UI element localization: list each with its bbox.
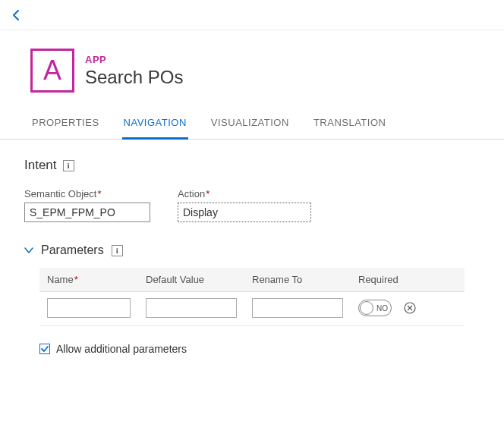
action-field: Action* (178, 188, 311, 222)
chevron-down-icon (24, 244, 33, 256)
required-asterisk: * (74, 274, 78, 285)
content-area: Intent i Semantic Object* Action* Parame… (0, 140, 504, 355)
parameters-label: Parameters (41, 243, 104, 257)
close-circle-icon (404, 302, 416, 314)
info-icon[interactable]: i (112, 245, 123, 256)
app-tile-letter: A (43, 55, 61, 86)
table-row: NO (39, 292, 465, 326)
tab-properties[interactable]: PROPERTIES (30, 109, 101, 140)
toggle-label: NO (376, 304, 388, 313)
chevron-left-icon (12, 10, 21, 20)
info-icon[interactable]: i (63, 160, 74, 171)
topbar (0, 0, 504, 30)
parameters-table: Name* Default Value Rename To Required N… (39, 268, 465, 326)
page-header: A APP Search POs (0, 30, 504, 105)
semantic-object-input[interactable] (24, 203, 150, 222)
checkbox-icon (39, 344, 50, 354)
tab-visualization[interactable]: VISUALIZATION (209, 109, 291, 140)
check-icon (40, 344, 49, 353)
semantic-object-label: Semantic Object* (24, 188, 150, 199)
required-toggle[interactable]: NO (358, 300, 392, 316)
delete-row-button[interactable] (402, 300, 417, 316)
app-type-label: APP (85, 54, 183, 65)
allow-additional-parameters-checkbox[interactable]: Allow additional parameters (39, 343, 480, 355)
tab-bar: PROPERTIES NAVIGATION VISUALIZATION TRAN… (0, 109, 504, 140)
col-required: Required (358, 274, 434, 285)
allow-additional-label: Allow additional parameters (56, 343, 187, 355)
app-tile-icon: A (30, 49, 74, 93)
back-button[interactable] (6, 5, 27, 26)
parameters-table-header: Name* Default Value Rename To Required (39, 268, 465, 292)
intent-section-title: Intent i (24, 158, 480, 173)
tab-navigation[interactable]: NAVIGATION (122, 109, 188, 140)
toggle-knob (360, 301, 373, 315)
semantic-object-field: Semantic Object* (24, 188, 150, 222)
param-name-input[interactable] (47, 298, 131, 318)
col-default: Default Value (146, 274, 252, 285)
intent-fields: Semantic Object* Action* (24, 188, 480, 222)
tab-translation[interactable]: TRANSLATION (312, 109, 388, 140)
parameters-panel-header[interactable]: Parameters i (24, 243, 480, 257)
param-default-input[interactable] (146, 298, 237, 318)
page-title: Search POs (85, 67, 183, 88)
required-asterisk: * (97, 188, 101, 199)
action-label: Action* (178, 188, 311, 199)
col-name: Name* (47, 274, 146, 285)
param-rename-input[interactable] (252, 298, 343, 318)
required-asterisk: * (206, 188, 209, 199)
col-rename: Rename To (252, 274, 358, 285)
action-input[interactable] (178, 203, 311, 222)
intent-label: Intent (24, 158, 57, 173)
